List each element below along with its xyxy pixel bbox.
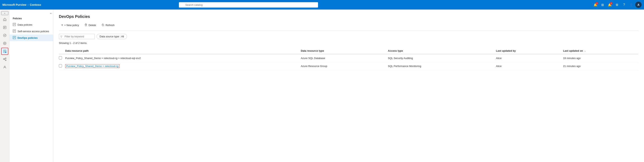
- devops-policies-icon: [13, 36, 16, 40]
- cell-last-updated-on-1: 21 minutes ago: [563, 62, 638, 70]
- search-input[interactable]: [179, 2, 318, 8]
- cell-data-resource-type-0: Azure SQL Database: [301, 54, 388, 62]
- col-header-last-updated-by: Last updated by: [496, 48, 563, 54]
- new-policy-button[interactable]: + + New policy: [59, 22, 81, 28]
- delete-icon: [84, 24, 87, 27]
- help-button[interactable]: ?: [621, 2, 627, 8]
- sidebar: « Policies Data policies Self-service ac…: [10, 10, 53, 162]
- datasource-type-label: Data source type : All: [100, 35, 124, 38]
- self-service-icon: [13, 30, 16, 33]
- notifications-2-button[interactable]: 🔔 2: [607, 2, 613, 8]
- delete-button[interactable]: Delete: [82, 22, 98, 28]
- new-policy-icon: +: [61, 23, 63, 27]
- rail-icon-insights[interactable]: [1, 32, 8, 39]
- rail-icon-datamap[interactable]: [1, 40, 8, 47]
- row-checkbox-1[interactable]: [59, 64, 62, 68]
- keyword-filter-wrapper: ▽: [59, 34, 94, 39]
- brand: Microsoft Purview › Contoso: [2, 3, 41, 6]
- col-header-access-type: Access type: [388, 48, 496, 54]
- col-header-data-resource-type: Data resource type: [301, 48, 388, 54]
- row-checkbox-0[interactable]: [59, 56, 62, 60]
- feedback-button[interactable]: 👤: [628, 2, 634, 8]
- table-row: Purview_Policy_Shared_Demo > relecloud-r…: [59, 54, 638, 62]
- filter-row: ▽ Data source type : All: [59, 34, 638, 39]
- settings-button[interactable]: ⚙: [614, 2, 620, 8]
- cell-data-resource-path-0: Purview_Policy_Shared_Demo > relecloud-r…: [65, 54, 301, 62]
- rail-icon-workflow[interactable]: [1, 56, 8, 63]
- cell-last-updated-by-0: Alice: [496, 54, 563, 62]
- showing-text: Showing 1 - 2 of 2 items.: [59, 42, 638, 44]
- cell-access-type-1: SQL Performance Monitoring: [388, 62, 496, 70]
- data-policies-icon: [13, 23, 16, 27]
- filter-icon: ▽: [60, 35, 62, 38]
- refresh-label: Refresh: [106, 24, 115, 27]
- sort-arrow-icon: ↓: [584, 50, 586, 52]
- table-row: Purview_Policy_Shared_Demo > relecloud-r…: [59, 62, 638, 70]
- delete-label: Delete: [88, 24, 96, 27]
- keyword-filter-input[interactable]: [59, 34, 94, 39]
- page-title: DevOps Policies: [59, 14, 638, 19]
- svg-rect-12: [4, 59, 4, 60]
- svg-rect-14: [5, 60, 6, 61]
- brand-name: Microsoft Purview: [2, 3, 26, 6]
- table-header-row: Data resource path Data resource type Ac…: [59, 48, 638, 54]
- icon-rail: »: [0, 10, 10, 162]
- svg-point-15: [4, 66, 5, 67]
- sidebar-collapse-button[interactable]: «: [50, 12, 52, 15]
- content-area: DevOps Policies + + New policy Delete Re…: [53, 10, 644, 162]
- sidebar-item-devops-policies[interactable]: DevOps policies: [10, 34, 53, 41]
- rail-icon-user[interactable]: [1, 64, 8, 71]
- cell-last-updated-on-0: 19 minutes ago: [563, 54, 638, 62]
- svg-point-11: [5, 52, 6, 53]
- rail-icon-home[interactable]: [1, 16, 8, 23]
- svg-rect-13: [5, 58, 6, 59]
- notifications-1-badge: 1: [596, 2, 598, 5]
- rail-expand-button[interactable]: »: [1, 11, 8, 15]
- new-policy-label: + New policy: [64, 24, 79, 27]
- col-header-last-updated-on[interactable]: Last updated on ↓: [563, 48, 638, 54]
- resource-path-link-1[interactable]: Purview_Policy_Shared_Demo > relecloud-r…: [65, 64, 120, 68]
- data-table: Data resource path Data resource type Ac…: [59, 48, 638, 70]
- cell-last-updated-by-1: Alice: [496, 62, 563, 70]
- cell-data-resource-path-1[interactable]: Purview_Policy_Shared_Demo > relecloud-r…: [65, 62, 301, 70]
- brand-separator: ›: [28, 3, 28, 6]
- cell-data-resource-type-1: Azure Resource Group: [301, 62, 388, 70]
- tenant-name: Contoso: [30, 3, 41, 6]
- notifications-2-badge: 2: [610, 2, 612, 5]
- rail-icon-catalog[interactable]: [1, 24, 8, 31]
- sidebar-item-self-service[interactable]: Self-service access policies: [10, 28, 53, 34]
- rail-icon-policy[interactable]: [1, 48, 8, 55]
- sidebar-item-devops-policies-label: DevOps policies: [18, 36, 38, 39]
- sidebar-item-self-service-label: Self-service access policies: [18, 30, 49, 33]
- cell-access-type-0: SQL Security Auditing: [388, 54, 496, 62]
- search-area: 🔍: [179, 2, 318, 8]
- refresh-icon: [102, 24, 104, 27]
- checkbox-header: [59, 48, 65, 54]
- notifications-1-button[interactable]: 🔔 1: [592, 2, 599, 8]
- datasource-type-filter[interactable]: Data source type : All: [96, 34, 127, 39]
- svg-point-6: [4, 42, 6, 45]
- sidebar-item-data-policies-label: Data policies: [18, 23, 32, 26]
- toolbar: + + New policy Delete Refresh: [59, 22, 638, 30]
- sidebar-section-title: Policies: [10, 16, 53, 22]
- svg-point-5: [4, 43, 5, 44]
- apps-button[interactable]: ⊞: [600, 2, 606, 8]
- col-header-data-resource-path: Data resource path: [65, 48, 301, 54]
- avatar-button[interactable]: A: [635, 2, 642, 8]
- main-layout: » « Policies Data: [0, 10, 644, 162]
- sidebar-item-data-policies[interactable]: Data policies: [10, 22, 53, 28]
- nav-actions: 🔔 1 ⊞ 🔔 2 ⚙ ? 👤 A: [592, 2, 642, 8]
- refresh-button[interactable]: Refresh: [99, 22, 117, 28]
- top-navigation: Microsoft Purview › Contoso 🔍 🔔 1 ⊞ 🔔 2 …: [0, 0, 644, 10]
